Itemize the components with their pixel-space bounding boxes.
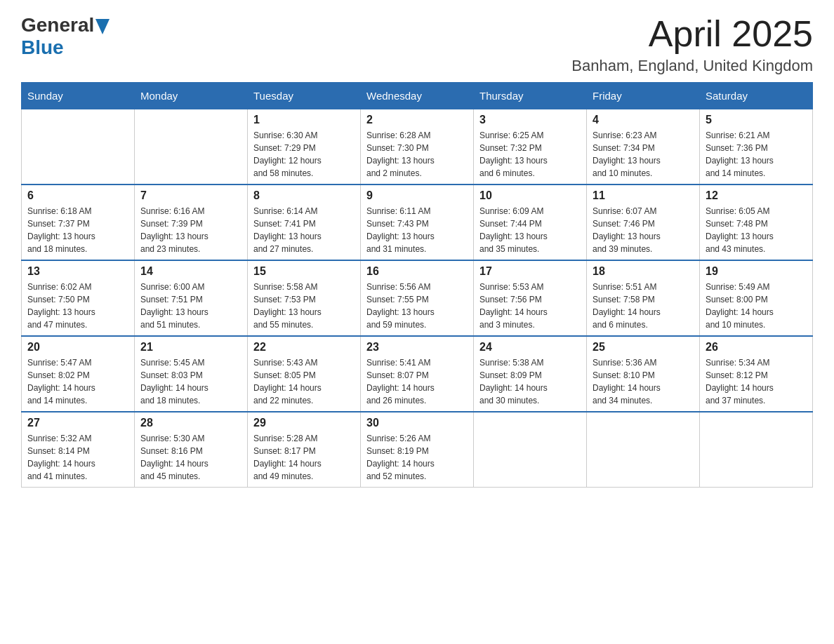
calendar-cell bbox=[587, 412, 700, 488]
day-number: 11 bbox=[593, 189, 694, 202]
column-header-sunday: Sunday bbox=[22, 83, 135, 109]
day-number: 2 bbox=[366, 114, 468, 126]
calendar-cell: 15Sunrise: 5:58 AM Sunset: 7:53 PM Dayli… bbox=[248, 260, 361, 336]
day-info: Sunrise: 6:18 AM Sunset: 7:37 PM Dayligh… bbox=[27, 205, 128, 255]
day-info: Sunrise: 6:30 AM Sunset: 7:29 PM Dayligh… bbox=[253, 129, 355, 180]
day-info: Sunrise: 6:16 AM Sunset: 7:39 PM Dayligh… bbox=[140, 205, 241, 255]
day-info: Sunrise: 6:09 AM Sunset: 7:44 PM Dayligh… bbox=[479, 205, 581, 255]
calendar-cell: 17Sunrise: 5:53 AM Sunset: 7:56 PM Dayli… bbox=[474, 260, 587, 336]
calendar-week-row: 6Sunrise: 6:18 AM Sunset: 7:37 PM Daylig… bbox=[22, 185, 813, 260]
day-info: Sunrise: 6:11 AM Sunset: 7:43 PM Dayligh… bbox=[366, 205, 468, 255]
day-number: 20 bbox=[27, 341, 128, 354]
calendar-week-row: 13Sunrise: 6:02 AM Sunset: 7:50 PM Dayli… bbox=[22, 260, 813, 336]
day-number: 30 bbox=[366, 417, 468, 429]
day-info: Sunrise: 5:51 AM Sunset: 7:58 PM Dayligh… bbox=[593, 281, 694, 331]
title-section: April 2025 Banham, England, United Kingd… bbox=[571, 14, 813, 75]
day-number: 16 bbox=[366, 265, 468, 278]
day-number: 12 bbox=[706, 189, 807, 202]
day-info: Sunrise: 5:49 AM Sunset: 8:00 PM Dayligh… bbox=[706, 281, 807, 331]
day-number: 29 bbox=[253, 417, 355, 429]
column-header-monday: Monday bbox=[135, 83, 248, 109]
day-number: 19 bbox=[706, 265, 807, 278]
day-number: 24 bbox=[479, 341, 581, 354]
column-header-saturday: Saturday bbox=[700, 83, 813, 109]
calendar-cell: 29Sunrise: 5:28 AM Sunset: 8:17 PM Dayli… bbox=[248, 412, 361, 488]
day-info: Sunrise: 5:30 AM Sunset: 8:16 PM Dayligh… bbox=[140, 432, 241, 483]
day-info: Sunrise: 5:26 AM Sunset: 8:19 PM Dayligh… bbox=[366, 432, 468, 483]
day-number: 3 bbox=[479, 114, 581, 126]
calendar-cell: 21Sunrise: 5:45 AM Sunset: 8:03 PM Dayli… bbox=[135, 336, 248, 412]
day-info: Sunrise: 5:41 AM Sunset: 8:07 PM Dayligh… bbox=[366, 356, 468, 407]
calendar-header-row: SundayMondayTuesdayWednesdayThursdayFrid… bbox=[22, 83, 813, 109]
calendar-cell bbox=[135, 109, 248, 185]
day-info: Sunrise: 6:23 AM Sunset: 7:34 PM Dayligh… bbox=[593, 129, 694, 180]
day-info: Sunrise: 5:43 AM Sunset: 8:05 PM Dayligh… bbox=[253, 356, 355, 407]
calendar-cell: 18Sunrise: 5:51 AM Sunset: 7:58 PM Dayli… bbox=[587, 260, 700, 336]
day-info: Sunrise: 5:58 AM Sunset: 7:53 PM Dayligh… bbox=[253, 281, 355, 331]
calendar-cell: 6Sunrise: 6:18 AM Sunset: 7:37 PM Daylig… bbox=[22, 185, 135, 260]
calendar-table: SundayMondayTuesdayWednesdayThursdayFrid… bbox=[21, 82, 813, 488]
calendar-cell: 4Sunrise: 6:23 AM Sunset: 7:34 PM Daylig… bbox=[587, 109, 700, 185]
calendar-cell: 7Sunrise: 6:16 AM Sunset: 7:39 PM Daylig… bbox=[135, 185, 248, 260]
day-number: 14 bbox=[140, 265, 241, 278]
column-header-tuesday: Tuesday bbox=[248, 83, 361, 109]
calendar-cell: 10Sunrise: 6:09 AM Sunset: 7:44 PM Dayli… bbox=[474, 185, 587, 260]
day-number: 28 bbox=[140, 417, 241, 429]
calendar-cell: 23Sunrise: 5:41 AM Sunset: 8:07 PM Dayli… bbox=[361, 336, 474, 412]
day-info: Sunrise: 6:25 AM Sunset: 7:32 PM Dayligh… bbox=[479, 129, 581, 180]
svg-marker-0 bbox=[95, 19, 110, 34]
calendar-cell: 16Sunrise: 5:56 AM Sunset: 7:55 PM Dayli… bbox=[361, 260, 474, 336]
logo-blue: Blue bbox=[21, 36, 64, 59]
logo: General Blue bbox=[21, 14, 110, 59]
day-number: 10 bbox=[479, 189, 581, 202]
column-header-wednesday: Wednesday bbox=[361, 83, 474, 109]
day-number: 15 bbox=[253, 265, 355, 278]
logo-triangle-icon bbox=[95, 19, 110, 34]
calendar-week-row: 1Sunrise: 6:30 AM Sunset: 7:29 PM Daylig… bbox=[22, 109, 813, 185]
calendar-cell: 25Sunrise: 5:36 AM Sunset: 8:10 PM Dayli… bbox=[587, 336, 700, 412]
day-info: Sunrise: 6:00 AM Sunset: 7:51 PM Dayligh… bbox=[140, 281, 241, 331]
day-number: 17 bbox=[479, 265, 581, 278]
day-number: 5 bbox=[706, 114, 807, 126]
calendar-title: April 2025 bbox=[571, 14, 813, 54]
calendar-cell: 22Sunrise: 5:43 AM Sunset: 8:05 PM Dayli… bbox=[248, 336, 361, 412]
calendar-cell: 30Sunrise: 5:26 AM Sunset: 8:19 PM Dayli… bbox=[361, 412, 474, 488]
day-info: Sunrise: 6:07 AM Sunset: 7:46 PM Dayligh… bbox=[593, 205, 694, 255]
calendar-cell bbox=[474, 412, 587, 488]
day-info: Sunrise: 6:28 AM Sunset: 7:30 PM Dayligh… bbox=[366, 129, 468, 180]
day-info: Sunrise: 5:45 AM Sunset: 8:03 PM Dayligh… bbox=[140, 356, 241, 407]
calendar-cell: 12Sunrise: 6:05 AM Sunset: 7:48 PM Dayli… bbox=[700, 185, 813, 260]
day-number: 4 bbox=[593, 114, 694, 126]
day-info: Sunrise: 6:02 AM Sunset: 7:50 PM Dayligh… bbox=[27, 281, 128, 331]
day-info: Sunrise: 5:28 AM Sunset: 8:17 PM Dayligh… bbox=[253, 432, 355, 483]
column-header-thursday: Thursday bbox=[474, 83, 587, 109]
calendar-cell: 20Sunrise: 5:47 AM Sunset: 8:02 PM Dayli… bbox=[22, 336, 135, 412]
calendar-cell: 13Sunrise: 6:02 AM Sunset: 7:50 PM Dayli… bbox=[22, 260, 135, 336]
day-number: 8 bbox=[253, 189, 355, 202]
calendar-cell: 3Sunrise: 6:25 AM Sunset: 7:32 PM Daylig… bbox=[474, 109, 587, 185]
calendar-week-row: 27Sunrise: 5:32 AM Sunset: 8:14 PM Dayli… bbox=[22, 412, 813, 488]
day-number: 18 bbox=[593, 265, 694, 278]
day-number: 22 bbox=[253, 341, 355, 354]
calendar-cell: 9Sunrise: 6:11 AM Sunset: 7:43 PM Daylig… bbox=[361, 185, 474, 260]
calendar-cell: 8Sunrise: 6:14 AM Sunset: 7:41 PM Daylig… bbox=[248, 185, 361, 260]
calendar-week-row: 20Sunrise: 5:47 AM Sunset: 8:02 PM Dayli… bbox=[22, 336, 813, 412]
calendar-cell: 1Sunrise: 6:30 AM Sunset: 7:29 PM Daylig… bbox=[248, 109, 361, 185]
day-number: 13 bbox=[27, 265, 128, 278]
day-info: Sunrise: 6:14 AM Sunset: 7:41 PM Dayligh… bbox=[253, 205, 355, 255]
day-number: 21 bbox=[140, 341, 241, 354]
calendar-cell: 28Sunrise: 5:30 AM Sunset: 8:16 PM Dayli… bbox=[135, 412, 248, 488]
day-info: Sunrise: 6:05 AM Sunset: 7:48 PM Dayligh… bbox=[706, 205, 807, 255]
day-number: 9 bbox=[366, 189, 468, 202]
day-info: Sunrise: 5:32 AM Sunset: 8:14 PM Dayligh… bbox=[27, 432, 128, 483]
calendar-cell: 14Sunrise: 6:00 AM Sunset: 7:51 PM Dayli… bbox=[135, 260, 248, 336]
calendar-cell: 24Sunrise: 5:38 AM Sunset: 8:09 PM Dayli… bbox=[474, 336, 587, 412]
calendar-cell bbox=[700, 412, 813, 488]
day-info: Sunrise: 5:36 AM Sunset: 8:10 PM Dayligh… bbox=[593, 356, 694, 407]
day-number: 27 bbox=[27, 417, 128, 429]
calendar-cell: 27Sunrise: 5:32 AM Sunset: 8:14 PM Dayli… bbox=[22, 412, 135, 488]
page-header: General Blue April 2025 Banham, England,… bbox=[21, 14, 813, 75]
day-info: Sunrise: 5:56 AM Sunset: 7:55 PM Dayligh… bbox=[366, 281, 468, 331]
column-header-friday: Friday bbox=[587, 83, 700, 109]
calendar-cell: 5Sunrise: 6:21 AM Sunset: 7:36 PM Daylig… bbox=[700, 109, 813, 185]
